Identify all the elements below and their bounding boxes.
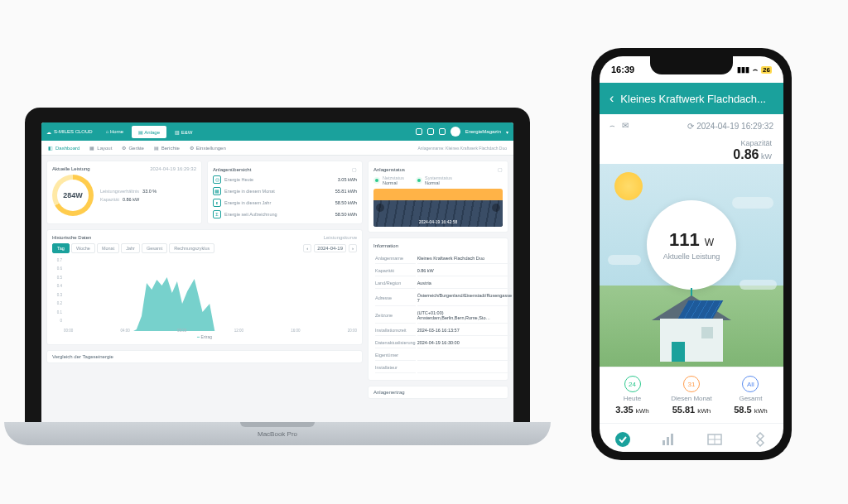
power-card: Aktuelle Leistung2024-04-19 16:29:32 284…	[46, 161, 202, 224]
info-row: Installationszeit2024-03-16 16:13:57	[375, 325, 512, 336]
chart-tab-month[interactable]: Monat	[97, 243, 119, 253]
subnav-devices[interactable]: ⚙ Geräte	[122, 145, 143, 151]
tab-panels[interactable]	[706, 430, 724, 449]
battery-indicator: 26	[761, 66, 772, 74]
ov-today: ◎Energie Heute3.05 kWh	[213, 175, 357, 184]
stat-month[interactable]: 31 Diesen Monat 55.81 kWh	[671, 376, 711, 415]
info-row: Eigentümer	[375, 350, 512, 361]
carousel-prev-button[interactable]	[376, 204, 384, 212]
info-row: AdresseÖsterreich/Burgenland/Eisenstadt/…	[375, 290, 512, 306]
carousel-next-button[interactable]	[492, 204, 500, 212]
chart-tab-billing[interactable]: Rechnungszyklus	[169, 243, 214, 253]
tab-home[interactable]	[614, 430, 632, 449]
app-header: ‹ Kleines Kraftwerk Flachdach...	[600, 83, 783, 114]
sum-icon: Σ	[213, 210, 221, 218]
help-icon[interactable]	[439, 128, 446, 135]
sub-nav: ◧ Dashboard ▦ Layout ⚙ Geräte ▤ Berichte…	[41, 141, 513, 156]
house-icon	[652, 295, 731, 362]
status-system: SystemstatusNormal	[416, 175, 452, 185]
wifi-status-icon[interactable]: ⌢	[610, 121, 615, 131]
info-row: Datenaktualisierung2024-04-19 16:30:00	[375, 338, 512, 348]
ov-month: ▦Energie in diesem Monat55.81 kWh	[213, 187, 357, 195]
history-chart: 0.70.60.50.40.30.20.10 00:0004:0008:0012…	[52, 258, 357, 333]
signal-icon: ▮▮▮	[737, 65, 749, 74]
stats-row: 24 Heute 3.35 kWh 31 Diesen Monat 55.81 …	[600, 367, 783, 423]
panel-image-carousel[interactable]: 2024-04-19 16:42:58	[373, 189, 503, 227]
total-icon: All	[742, 376, 759, 392]
subnav-reports[interactable]: ▤ Berichte	[154, 145, 180, 151]
bell-icon[interactable]	[427, 128, 434, 135]
comparison-card: Vergleich der Tageseinergie	[46, 350, 363, 363]
username[interactable]: EnergieMagazin	[465, 129, 501, 134]
wifi-icon: ⌢	[753, 65, 758, 74]
top-bar: ☁ S-MILES CLOUD ⌂ Home ▤ Anlage ▥ E&W En…	[41, 122, 513, 141]
status-card: Anlagenstatus▢ NetzstatusNormal Systemst…	[368, 161, 508, 233]
chart-prev-button[interactable]: ‹	[303, 244, 311, 252]
phone-mockup: 16:39 ▮▮▮ ⌢ 26 ‹ Kleines Kraftwerk Flach…	[591, 48, 792, 460]
message-icon[interactable]: ✉	[622, 121, 629, 131]
chart-next-button[interactable]: ›	[349, 244, 357, 252]
topnav-home[interactable]: ⌂ Home	[99, 126, 130, 138]
ov-year: ⫾Energie in diesem Jahr58.50 kWh	[213, 199, 357, 207]
history-chart-card: Historische DatenLeistungskurve Tag Woch…	[46, 229, 363, 345]
info-card: Information AnlagennameKleines Kraftwerk…	[368, 238, 508, 381]
chart-tab-total[interactable]: Gesamt	[142, 243, 167, 253]
svg-point-0	[615, 432, 630, 447]
subnav-settings[interactable]: ⚙ Einstellungen	[190, 145, 226, 151]
info-row: Zeitzone(UTC+01:00) Amsterdam,Berlin,Ber…	[375, 308, 512, 324]
page-title: Kleines Kraftwerk Flachdach...	[620, 93, 766, 105]
status-time: 16:39	[611, 65, 634, 74]
bottom-tab-bar	[600, 423, 783, 452]
stat-today[interactable]: 24 Heute 3.35 kWh	[615, 376, 648, 415]
avatar[interactable]	[450, 127, 460, 137]
topnav-anlage[interactable]: ▤ Anlage	[132, 126, 166, 138]
clock-icon[interactable]	[416, 128, 422, 135]
tab-chart[interactable]	[659, 430, 677, 449]
brand-logo: ☁ S-MILES CLOUD	[46, 129, 93, 135]
sun-icon	[614, 172, 643, 200]
chart-tab-week[interactable]: Woche	[71, 243, 95, 253]
topnav-ew[interactable]: ▥ E&W	[168, 126, 199, 138]
info-row: Land/RegionAustria	[375, 278, 512, 289]
stat-total[interactable]: All Gesamt 58.5 kWh	[734, 376, 767, 415]
svg-rect-3	[671, 434, 673, 445]
month-icon: 31	[683, 376, 700, 392]
illustration: 111 W Aktuelle Leistung	[600, 164, 783, 367]
chart-tab-year[interactable]: Jahr	[121, 243, 140, 253]
timestamp: ⟳ 2024-04-19 16:29:32	[687, 122, 773, 131]
chart-date-picker[interactable]: 2024-04-19	[314, 244, 346, 252]
tab-grid[interactable]	[751, 430, 769, 449]
status-net: NetzstatusNormal	[373, 175, 404, 185]
laptop-model: MacBook Pro	[258, 430, 297, 438]
svg-rect-2	[667, 437, 669, 445]
target-icon: ◎	[213, 175, 221, 184]
power-gauge: 284W	[52, 175, 94, 216]
laptop-mockup: ☁ S-MILES CLOUD ⌂ Home ▤ Anlage ▥ E&W En…	[25, 108, 530, 447]
calendar-icon: ▦	[213, 187, 221, 195]
capacity-display: Kapazität 0.86 kW	[600, 137, 783, 164]
chart-action-link[interactable]: Leistungskurve	[324, 235, 357, 240]
back-button[interactable]: ‹	[610, 91, 614, 106]
chart-tab-day[interactable]: Tag	[52, 243, 70, 253]
svg-rect-1	[662, 440, 665, 445]
info-row: Kapazität0.86 kW	[375, 266, 512, 276]
revenue-card: Anlagenertrag	[368, 386, 508, 399]
chart-icon: ⫾	[213, 199, 221, 207]
ov-total: ΣEnergie seit Aufzeichnung58.50 kWh	[213, 210, 357, 218]
info-row: Installateur	[375, 362, 512, 373]
info-row: AnlagennameKleines Kraftwerk Flachdach D…	[375, 253, 512, 264]
current-power-bubble: 111 W Aktuelle Leistung	[647, 200, 736, 290]
mobile-app-screen: 16:39 ▮▮▮ ⌢ 26 ‹ Kleines Kraftwerk Flach…	[600, 56, 783, 452]
power-capacity: Kapazität0.86 kW	[100, 197, 157, 202]
overview-card: Anlagenübersicht▢ ◎Energie Heute3.05 kWh…	[207, 161, 363, 224]
subnav-dashboard[interactable]: ◧ Dashboard	[48, 145, 80, 151]
wifi-icon	[373, 177, 380, 184]
breadcrumb: Anlagenname: Kleines Kraftwerk Flachdach…	[417, 146, 507, 151]
system-icon	[416, 177, 422, 184]
subnav-layout[interactable]: ▦ Layout	[89, 145, 112, 151]
desktop-app-screen: ☁ S-MILES CLOUD ⌂ Home ▤ Anlage ▥ E&W En…	[41, 122, 513, 422]
day-icon: 24	[624, 376, 641, 392]
power-ratio: Leistungsverhältnis33.0 %	[100, 189, 157, 194]
